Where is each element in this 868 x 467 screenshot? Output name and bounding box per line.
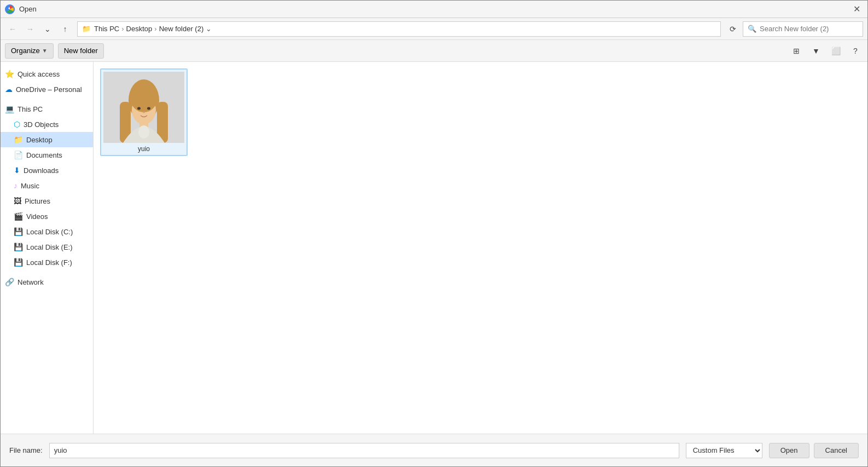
new-folder-button[interactable]: New folder bbox=[58, 43, 104, 59]
sidebar-item-downloads[interactable]: ⬇ Downloads bbox=[1, 163, 93, 178]
sidebar-label-music: Music bbox=[21, 182, 39, 190]
quick-access-icon: ⭐ bbox=[5, 70, 14, 78]
sidebar-item-network[interactable]: 🔗 Network bbox=[1, 274, 93, 290]
close-button[interactable]: ✕ bbox=[850, 3, 863, 16]
onedrive-icon: ☁ bbox=[5, 85, 13, 94]
sidebar-item-local-e[interactable]: 💾 Local Disk (E:) bbox=[1, 239, 93, 255]
titlebar: Open ✕ bbox=[1, 1, 867, 18]
view-icon-button[interactable]: ⊞ bbox=[789, 43, 804, 59]
organize-dropdown-icon: ▼ bbox=[42, 48, 48, 54]
content-area[interactable]: yuio bbox=[94, 62, 867, 434]
breadcrumb-dropdown-icon[interactable]: ⌄ bbox=[206, 25, 212, 33]
filetype-select[interactable]: Custom Files All Files bbox=[686, 443, 762, 458]
sidebar-divider-1 bbox=[1, 97, 93, 101]
sidebar-label-onedrive: OneDrive – Personal bbox=[16, 85, 82, 94]
sidebar-item-local-f[interactable]: 💾 Local Disk (F:) bbox=[1, 255, 93, 270]
navbar: ← → ⌄ ↑ 📁 This PC › Desktop › New folder… bbox=[1, 18, 867, 40]
breadcrumb-new-folder[interactable]: New folder (2) bbox=[159, 25, 204, 33]
videos-icon: 🎬 bbox=[14, 212, 23, 221]
sidebar-item-desktop[interactable]: 📁 Desktop bbox=[1, 132, 93, 147]
search-input[interactable] bbox=[760, 25, 858, 33]
sidebar-label-downloads: Downloads bbox=[24, 166, 59, 175]
help-button[interactable]: ? bbox=[848, 43, 863, 59]
pane-button[interactable]: ⬜ bbox=[828, 43, 843, 59]
dropdown-button[interactable]: ⌄ bbox=[40, 21, 55, 37]
organize-button[interactable]: Organize ▼ bbox=[5, 43, 54, 59]
svg-point-12 bbox=[143, 112, 145, 113]
svg-point-9 bbox=[131, 86, 157, 112]
main-area: ⭐ Quick access ☁ OneDrive – Personal 💻 T… bbox=[1, 62, 867, 434]
breadcrumb: 📁 This PC › Desktop › New folder (2) ⌄ bbox=[77, 21, 721, 37]
sidebar-item-this-pc[interactable]: 💻 This PC bbox=[1, 101, 93, 117]
sidebar-label-network: Network bbox=[18, 278, 44, 286]
sidebar-item-videos[interactable]: 🎬 Videos bbox=[1, 209, 93, 224]
filename-label: File name: bbox=[9, 446, 43, 454]
cancel-button[interactable]: Cancel bbox=[814, 443, 859, 458]
sidebar-label-local-c: Local Disk (C:) bbox=[26, 228, 73, 236]
sidebar-item-music[interactable]: ♪ Music bbox=[1, 178, 93, 193]
this-pc-icon: 💻 bbox=[5, 105, 14, 113]
sidebar-label-documents: Documents bbox=[26, 151, 62, 159]
network-icon: 🔗 bbox=[5, 278, 14, 286]
pictures-icon: 🖼 bbox=[14, 197, 21, 205]
titlebar-left: Open bbox=[5, 4, 37, 14]
3d-objects-icon: ⬡ bbox=[14, 120, 20, 129]
sidebar-item-3d-objects[interactable]: ⬡ 3D Objects bbox=[1, 117, 93, 132]
desktop-icon: 📁 bbox=[14, 135, 23, 144]
file-grid: yuio bbox=[98, 66, 863, 158]
titlebar-title: Open bbox=[19, 5, 37, 13]
toolbar: Organize ▼ New folder ⊞ ▼ ⬜ ? bbox=[1, 40, 867, 62]
svg-point-13 bbox=[138, 125, 149, 139]
sidebar-label-pictures: Pictures bbox=[25, 197, 50, 205]
breadcrumb-this-pc[interactable]: This PC bbox=[94, 25, 119, 33]
refresh-button[interactable]: ⟳ bbox=[725, 21, 741, 37]
open-dialog: Open ✕ ← → ⌄ ↑ 📁 This PC › Desktop › New… bbox=[0, 0, 868, 467]
svg-point-11 bbox=[147, 107, 150, 110]
sidebar-label-desktop: Desktop bbox=[26, 136, 53, 144]
sidebar-divider-2 bbox=[1, 270, 93, 274]
breadcrumb-desktop[interactable]: Desktop bbox=[126, 25, 153, 33]
forward-button[interactable]: → bbox=[22, 21, 38, 37]
photo-svg bbox=[103, 72, 184, 143]
sidebar-label-local-e: Local Disk (E:) bbox=[26, 243, 73, 251]
file-name: yuio bbox=[103, 145, 184, 153]
documents-icon: 📄 bbox=[14, 151, 23, 159]
sidebar-label-quick-access: Quick access bbox=[18, 70, 60, 78]
file-thumbnail bbox=[103, 72, 184, 143]
sidebar-label-videos: Videos bbox=[26, 212, 48, 221]
sidebar-item-pictures[interactable]: 🖼 Pictures bbox=[1, 193, 93, 209]
search-box[interactable]: 🔍 bbox=[743, 21, 863, 37]
local-c-icon: 💾 bbox=[14, 227, 23, 236]
sidebar-label-local-f: Local Disk (F:) bbox=[26, 258, 72, 267]
music-icon: ♪ bbox=[14, 181, 18, 190]
filename-input-wrap bbox=[49, 443, 679, 458]
chrome-icon bbox=[5, 4, 15, 14]
sidebar: ⭐ Quick access ☁ OneDrive – Personal 💻 T… bbox=[1, 62, 94, 434]
search-icon: 🔍 bbox=[748, 25, 756, 33]
new-folder-label: New folder bbox=[64, 47, 98, 55]
sidebar-item-documents[interactable]: 📄 Documents bbox=[1, 147, 93, 163]
sidebar-label-3d-objects: 3D Objects bbox=[24, 120, 59, 129]
file-item-yuio[interactable]: yuio bbox=[100, 68, 188, 156]
up-button[interactable]: ↑ bbox=[57, 21, 73, 37]
organize-label: Organize bbox=[11, 47, 40, 55]
local-f-icon: 💾 bbox=[14, 258, 23, 267]
back-button[interactable]: ← bbox=[5, 21, 20, 37]
sidebar-item-local-c[interactable]: 💾 Local Disk (C:) bbox=[1, 224, 93, 239]
downloads-icon: ⬇ bbox=[14, 166, 20, 175]
sidebar-item-onedrive[interactable]: ☁ OneDrive – Personal bbox=[1, 82, 93, 97]
open-button[interactable]: Open bbox=[769, 443, 809, 458]
sidebar-item-quick-access[interactable]: ⭐ Quick access bbox=[1, 66, 93, 82]
action-buttons: Open Cancel bbox=[769, 443, 859, 458]
view-dropdown-button[interactable]: ▼ bbox=[808, 43, 824, 59]
filename-input[interactable] bbox=[49, 443, 679, 458]
svg-point-10 bbox=[137, 107, 141, 110]
sidebar-label-this-pc: This PC bbox=[18, 105, 43, 113]
breadcrumb-folder-icon: 📁 bbox=[82, 25, 91, 33]
bottom-bar: File name: Custom Files All Files Open C… bbox=[1, 434, 867, 466]
local-e-icon: 💾 bbox=[14, 243, 23, 251]
filetype-select-wrap: Custom Files All Files bbox=[686, 443, 762, 458]
